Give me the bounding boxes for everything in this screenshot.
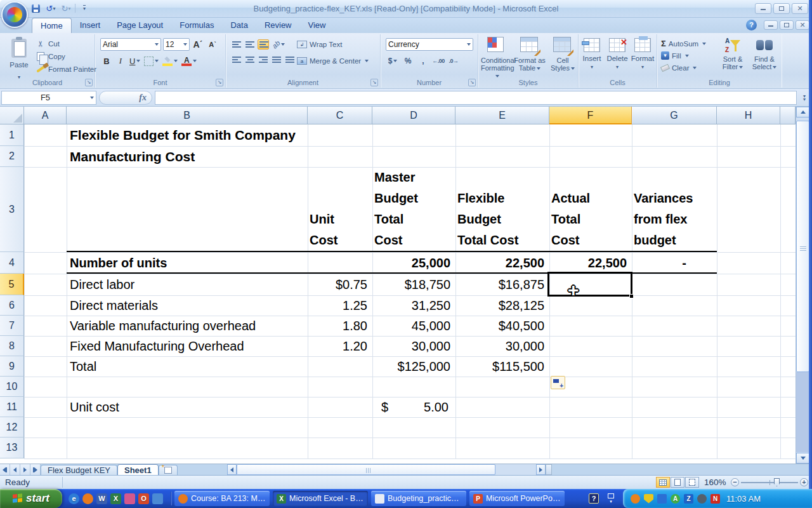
row-header-10[interactable]: 10 <box>0 377 24 397</box>
column-header-B[interactable]: B <box>67 107 308 124</box>
cell-C7[interactable]: 1.80 <box>308 316 372 336</box>
number-format-combo[interactable]: Currency <box>386 38 473 51</box>
cell-D3[interactable]: Master Budget Total Cost <box>372 167 455 252</box>
tab-split-handle[interactable] <box>546 464 552 475</box>
vertical-scrollbar[interactable] <box>796 107 809 464</box>
merge-center-button[interactable]: aMerge & Center <box>297 55 369 67</box>
delete-cells-button[interactable]: ✕ Delete▾ <box>605 38 629 70</box>
cell-E5[interactable]: $16,875 <box>455 274 549 295</box>
align-right-button[interactable] <box>258 55 269 65</box>
zoom-thumb[interactable] <box>774 478 780 486</box>
orientation-button[interactable]: ab <box>271 38 286 51</box>
cell-G3[interactable]: Variances from flex budget <box>632 167 717 252</box>
messenger-icon[interactable] <box>152 493 163 504</box>
clipboard-dialog-launcher[interactable]: ↘ <box>85 79 93 86</box>
accounting-format-button[interactable]: $ <box>386 55 400 67</box>
cell-B5[interactable]: Direct labor <box>67 274 308 295</box>
cell-B9[interactable]: Total <box>67 356 308 377</box>
taskbar-button-powerpoint[interactable]: PMicrosoft PowerPoint ... <box>469 491 565 506</box>
cell-E8[interactable]: 30,000 <box>455 336 549 356</box>
conditional-formatting-button[interactable]: Conditional Formatting <box>481 37 513 79</box>
insert-cells-button[interactable]: Insert▾ <box>580 38 604 70</box>
comma-style-button[interactable]: , <box>416 55 430 67</box>
tools-icon[interactable] <box>657 494 667 504</box>
column-header-E[interactable]: E <box>455 107 549 124</box>
cell-F4[interactable]: 22,500 <box>549 252 632 274</box>
zoom-out-button[interactable]: − <box>731 478 739 486</box>
row-header-3[interactable]: 3 <box>0 167 24 252</box>
align-center-button[interactable] <box>244 55 256 65</box>
cell-B6[interactable]: Direct materials <box>67 295 308 316</box>
row-header-13[interactable]: 13 <box>0 438 24 458</box>
font-size-combo[interactable]: 12 <box>163 38 190 51</box>
increase-decimal-button[interactable]: ←.00 <box>431 55 445 67</box>
cell-B1[interactable]: Flexible Budget for Smith Company <box>67 124 308 146</box>
formula-input[interactable] <box>155 91 797 105</box>
row-header-5[interactable]: 5 <box>0 274 24 295</box>
percent-style-button[interactable]: % <box>401 55 415 67</box>
bold-button[interactable]: B <box>100 55 113 67</box>
n-app-icon[interactable]: N <box>710 494 720 504</box>
increase-indent-button[interactable] <box>284 55 296 65</box>
insert-function-button[interactable]: fx <box>99 91 152 105</box>
ribbon-tab-data[interactable]: Data <box>222 18 256 33</box>
cell-G4[interactable]: - <box>632 252 717 274</box>
italic-button[interactable]: I <box>114 55 127 67</box>
name-box[interactable]: F5 <box>1 91 96 105</box>
scroll-right-button[interactable] <box>536 464 546 475</box>
column-header-G[interactable]: G <box>632 107 717 124</box>
alignment-dialog-launcher[interactable]: ↘ <box>370 79 378 86</box>
minimize-button[interactable] <box>755 3 771 14</box>
antivirus-icon[interactable]: A <box>671 494 680 504</box>
ribbon-tab-insert[interactable]: Insert <box>72 18 109 33</box>
taskbar-button-firefox[interactable]: Course: BA 213: Man... <box>174 491 270 506</box>
cell-E4[interactable]: 22,500 <box>455 252 549 274</box>
cell-B7[interactable]: Variable manufacturing overhead <box>67 316 308 336</box>
prev-sheet-button[interactable] <box>10 464 20 475</box>
cell-D7[interactable]: 45,000 <box>372 316 455 336</box>
taskbar-button-document[interactable]: Budgeting_practice-fl... <box>371 491 466 506</box>
excel-icon[interactable]: X <box>110 493 121 504</box>
column-header-C[interactable]: C <box>308 107 372 124</box>
zoom-in-button[interactable]: + <box>800 478 808 486</box>
sort-filter-button[interactable]: AZ Sort & Filter <box>718 37 747 70</box>
format-as-table-button[interactable]: Format as Table <box>514 37 546 72</box>
row-header-12[interactable]: 12 <box>0 417 24 438</box>
page-break-view-button[interactable] <box>685 477 699 488</box>
ribbon-tab-formulas[interactable]: Formulas <box>171 18 222 33</box>
cell-F3[interactable]: Actual Total Cost <box>549 167 632 252</box>
horizontal-scroll-thumb[interactable] <box>237 464 495 475</box>
format-cells-button[interactable]: Format▾ <box>631 38 655 70</box>
number-dialog-launcher[interactable]: ↘ <box>468 79 476 86</box>
next-sheet-button[interactable] <box>20 464 30 475</box>
column-header-F[interactable]: F <box>549 107 632 124</box>
align-left-button[interactable] <box>231 55 242 65</box>
cell-B2[interactable]: Manufacturing Cost <box>67 146 308 167</box>
cell-C5[interactable]: $0.75 <box>308 274 372 295</box>
zoom-slider[interactable]: − + <box>731 477 808 488</box>
hidden-icons-expander[interactable]: ▾ <box>608 493 614 504</box>
page-layout-view-button[interactable] <box>671 477 684 488</box>
cell-C8[interactable]: 1.20 <box>308 336 372 356</box>
horizontal-scrollbar[interactable] <box>227 464 552 475</box>
grow-font-button[interactable]: Aˊ <box>192 38 204 51</box>
cell-B8[interactable]: Fixed Manufacturing Overhead <box>67 336 308 356</box>
taskbar-button-excel[interactable]: XMicrosoft Excel - Bud... <box>273 491 368 506</box>
cell-D6[interactable]: 31,250 <box>372 295 455 316</box>
row-header-4[interactable]: 4 <box>0 252 24 274</box>
font-name-combo[interactable]: Arial <box>100 38 161 51</box>
fill-handle[interactable] <box>629 294 634 298</box>
row-header-6[interactable]: 6 <box>0 295 24 316</box>
key-icon[interactable] <box>124 493 135 504</box>
firefox-icon[interactable] <box>82 493 93 504</box>
top-align-button[interactable] <box>231 39 242 50</box>
z-app-icon[interactable]: Z <box>684 494 693 504</box>
insert-worksheet-button[interactable] <box>159 465 178 475</box>
row-header-7[interactable]: 7 <box>0 316 24 336</box>
ribbon-tab-view[interactable]: View <box>300 18 334 33</box>
column-header-D[interactable]: D <box>372 107 455 124</box>
cell-E6[interactable]: $28,125 <box>455 295 549 316</box>
cell-C6[interactable]: 1.25 <box>308 295 372 316</box>
cut-button[interactable]: ✂Cut <box>36 37 96 50</box>
cell-B4[interactable]: Number of units <box>67 252 308 274</box>
